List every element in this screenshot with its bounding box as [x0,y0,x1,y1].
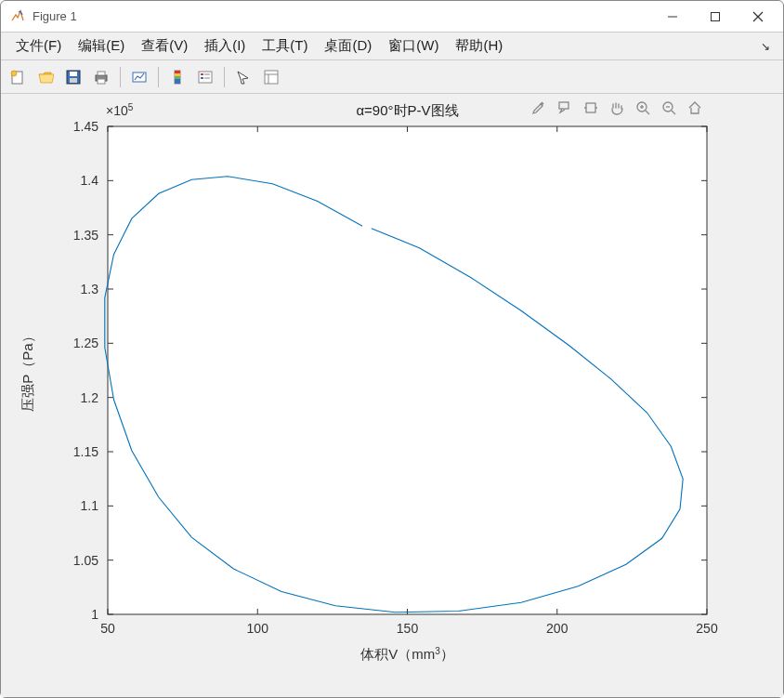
datatip-icon[interactable] [555,98,575,118]
pan-hand-icon[interactable] [607,98,627,118]
svg-text:压强P（Pa）: 压强P（Pa） [20,329,35,411]
svg-rect-8 [70,78,77,83]
menu-help[interactable]: 帮助(H) [448,33,510,59]
menubar: 文件(F) 编辑(E) 查看(V) 插入(I) 工具(T) 桌面(D) 窗口(W… [1,33,783,60]
svg-rect-16 [175,76,180,79]
zoom-out-icon[interactable] [659,98,679,118]
svg-text:1.05: 1.05 [73,553,98,568]
window-title: Figure 1 [33,9,77,23]
toolbar [1,60,783,94]
svg-line-86 [672,111,675,114]
edit-plot-button[interactable] [230,64,256,90]
new-figure-button[interactable] [5,64,31,90]
matlab-icon [10,9,25,24]
svg-rect-1 [712,12,720,20]
menu-file[interactable]: 文件(F) [8,33,69,59]
svg-rect-10 [98,72,105,75]
print-button[interactable] [88,64,114,90]
restore-view-icon[interactable] [685,98,705,118]
menu-window[interactable]: 窗口(W) [381,33,446,59]
svg-rect-7 [70,72,77,76]
pan-rect-icon[interactable] [581,98,601,118]
svg-text:1: 1 [91,607,98,622]
svg-text:1.3: 1.3 [81,282,99,296]
toolbar-separator [120,67,121,87]
open-property-inspector-button[interactable] [258,64,284,90]
svg-text:α=90°时P-V图线: α=90°时P-V图线 [356,102,458,118]
menu-view[interactable]: 查看(V) [134,33,195,59]
toolbar-separator [224,67,225,87]
svg-text:100: 100 [247,621,269,636]
svg-text:200: 200 [546,621,568,636]
svg-rect-11 [98,79,105,84]
link-plot-button[interactable] [126,64,152,90]
figure-window: Figure 1 文件(F) 编辑(E) 查看(V) 插入(I) 工具(T) 桌… [0,0,784,698]
titlebar: Figure 1 [1,1,783,33]
insert-legend-button[interactable] [192,64,218,90]
svg-text:250: 250 [696,621,718,636]
svg-rect-26 [108,126,707,614]
brush-icon[interactable] [529,98,549,118]
svg-text:1.4: 1.4 [81,173,99,188]
open-button[interactable] [33,64,59,90]
toolbar-separator [158,67,159,87]
svg-point-5 [11,71,17,76]
menu-tools[interactable]: 工具(T) [255,33,315,59]
svg-text:1.45: 1.45 [73,119,98,134]
svg-text:1.35: 1.35 [73,228,98,243]
svg-text:×105: ×105 [106,102,134,119]
svg-rect-77 [559,102,568,109]
svg-rect-21 [201,77,203,79]
svg-rect-23 [265,71,278,84]
svg-text:1.1: 1.1 [81,498,99,513]
zoom-in-icon[interactable] [633,98,653,118]
plot-area: 5010015020025011.051.11.151.21.251.31.35… [1,94,783,697]
save-button[interactable] [60,64,86,90]
svg-line-82 [646,111,649,114]
svg-text:50: 50 [100,621,115,636]
svg-rect-14 [175,71,180,73]
svg-rect-19 [201,73,203,75]
svg-rect-17 [175,79,180,84]
menu-edit[interactable]: 编辑(E) [71,33,132,59]
minimize-button[interactable] [651,1,694,33]
svg-rect-76 [540,101,543,105]
svg-text:体积V（mm3）: 体积V（mm3） [360,646,454,663]
maximize-button[interactable] [694,1,737,33]
axes[interactable]: 5010015020025011.051.11.151.21.251.31.35… [1,94,783,697]
menu-insert[interactable]: 插入(I) [197,33,253,59]
svg-rect-78 [586,103,595,112]
svg-text:1.15: 1.15 [73,444,98,459]
svg-rect-15 [175,73,180,76]
svg-text:1.2: 1.2 [81,390,99,405]
menu-desktop[interactable]: 桌面(D) [317,33,379,59]
axes-toolbar [529,98,705,118]
insert-colorbar-button[interactable] [164,64,190,90]
svg-text:1.25: 1.25 [73,336,98,350]
close-button[interactable] [737,1,779,33]
svg-text:150: 150 [397,621,419,636]
menu-overflow-icon[interactable]: ↘ [761,40,776,53]
